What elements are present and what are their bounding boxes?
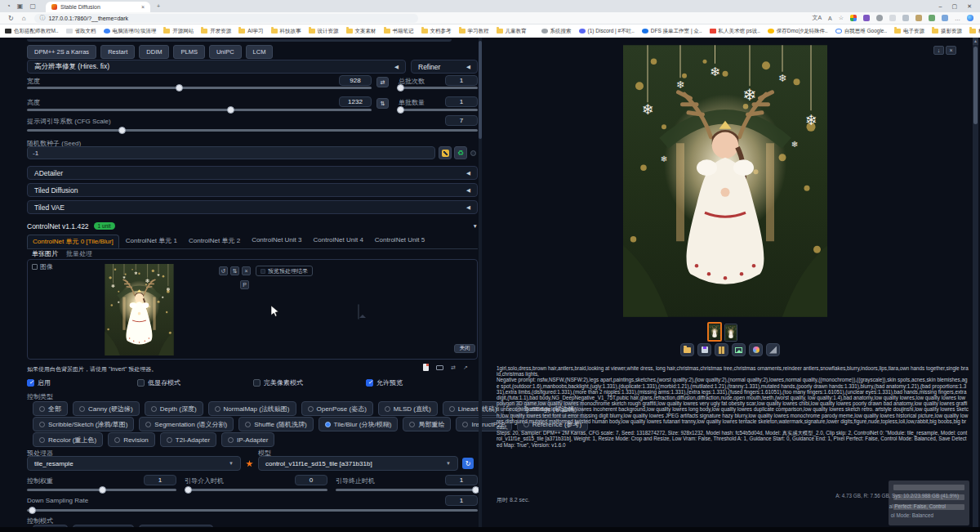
profile-icon[interactable]: ◔ — [7, 2, 11, 10]
accordion-hires-fix[interactable]: 高分辨率修复 (Hires. fix)◀ — [27, 60, 406, 74]
width-value[interactable]: 928 — [339, 75, 372, 86]
run-preprocessor-icon[interactable] — [246, 460, 253, 467]
sampler-option[interactable]: DDIM — [139, 45, 169, 59]
undo-image-button[interactable]: ↺ — [219, 266, 228, 275]
controlnet-unit-tab[interactable]: ControlNet 单元 1 — [121, 235, 182, 248]
bookmark-item[interactable]: 保存Dmo沙龙特殊件.. — [768, 28, 828, 35]
split-screen-icon[interactable] — [889, 15, 896, 21]
radio-option[interactable]: NormalMap (法线贴图) — [208, 401, 296, 416]
browser-tab[interactable]: Stable Diffusion × — [46, 2, 150, 12]
sampler-option[interactable]: DPM++ 2S a Karras — [27, 45, 96, 59]
main-scrollbar[interactable]: ▲ — [973, 38, 978, 532]
batch-size-value[interactable]: 1 — [445, 96, 478, 107]
window-close-button[interactable]: ✕ — [967, 3, 972, 10]
height-slider[interactable] — [27, 109, 372, 111]
open-folder-button[interactable] — [680, 343, 694, 356]
window-maximize-button[interactable]: ▢ — [952, 3, 958, 10]
preprocessor-preview-button[interactable]: P — [240, 280, 249, 289]
control-weight-value[interactable]: 1 — [144, 475, 176, 485]
copilot-icon[interactable] — [967, 15, 973, 21]
radio-option[interactable]: Scribble/Sketch (涂鸦/草图) — [33, 417, 134, 431]
downsample-slider[interactable] — [27, 509, 478, 512]
reuse-seed-button[interactable]: ♻ — [454, 146, 467, 159]
left-panel-scrollbar[interactable] — [479, 38, 482, 532]
controlnet-unit-tab[interactable]: ControlNet Unit 4 — [308, 235, 368, 248]
tab-close-icon[interactable]: × — [141, 4, 145, 10]
bookmark-item[interactable]: 标签相册 — [969, 28, 980, 35]
wallet-icon[interactable] — [915, 15, 922, 21]
close-preview-button[interactable]: 关闭 — [454, 344, 475, 353]
new-tab-button[interactable]: + — [157, 3, 160, 9]
bookmark-item[interactable]: 开源网站 — [163, 28, 194, 35]
accordion-tiled-diffusion[interactable]: Tiled Diffusion◀ — [27, 183, 478, 197]
bookmark-item[interactable]: 电脑清理/垃圾清理 — [104, 28, 157, 35]
allow-preview-checkbox[interactable]: 允许预览 — [366, 378, 403, 387]
history-icon[interactable] — [876, 15, 883, 21]
refresh-models-button[interactable]: ↻ — [462, 458, 474, 469]
bookmark-item[interactable]: 电子资源 — [894, 28, 924, 35]
send-to-inpaint-button[interactable] — [749, 343, 763, 356]
controlnet-header[interactable]: ControlNet v1.1.422 1 unit ▼ — [27, 219, 478, 233]
send-to-extras-button[interactable] — [766, 343, 780, 356]
controlnet-unit-tab[interactable]: ControlNet Unit 5 — [370, 235, 430, 248]
bookmark-item[interactable]: 科技故事 — [271, 28, 301, 35]
sampler-option[interactable]: Restart — [100, 45, 135, 59]
radio-option[interactable]: 全部 — [33, 401, 68, 416]
workspaces-icon[interactable]: ▣ — [17, 2, 24, 10]
bookmark-item[interactable]: 学习教程 — [459, 28, 489, 35]
random-seed-button[interactable] — [439, 146, 452, 159]
bookmark-item[interactable]: 文档参考 — [421, 28, 452, 35]
radio-option[interactable]: IP-Adapter — [221, 432, 274, 447]
keyboard-icon[interactable] — [436, 365, 443, 370]
accordion-tiled-vae[interactable]: Tiled VAE◀ — [27, 200, 478, 214]
download-image-button[interactable]: ↓ — [933, 46, 944, 55]
batch-count-slider[interactable] — [397, 87, 478, 89]
downloads-icon[interactable] — [929, 15, 935, 21]
seed-extra-checkbox[interactable] — [470, 150, 476, 156]
gallery-thumb-2[interactable] — [724, 324, 737, 342]
bookmark-item[interactable]: 私人美术馆 ps设.. — [710, 28, 760, 35]
swap-horizontal-icon[interactable]: ⇄ — [451, 364, 456, 371]
bookmark-item[interactable]: 摄影资源 — [932, 28, 962, 35]
swap-vertical-button[interactable]: ⇅ — [376, 98, 389, 109]
doc-icon[interactable] — [423, 364, 429, 371]
tab-actions-icon[interactable]: ▢ — [29, 2, 36, 10]
bookmark-item[interactable]: 色彩搭配师教程M.. — [5, 28, 59, 35]
home-icon[interactable]: ⌂ — [22, 15, 26, 22]
sampler-option[interactable]: UniPC — [209, 45, 242, 59]
radio-option[interactable]: MLSD (直线) — [378, 401, 438, 416]
batch-size-slider[interactable] — [397, 109, 478, 111]
expand-corner-icon[interactable]: ↗ — [463, 364, 468, 371]
controlnet-input-image[interactable] — [105, 264, 174, 355]
control-weight-slider[interactable] — [27, 489, 176, 491]
extension-icon[interactable] — [863, 15, 870, 21]
height-value[interactable]: 1232 — [339, 96, 372, 107]
bookmark-item[interactable]: 自我思维 Google.. — [835, 28, 887, 35]
start-step-value[interactable]: 0 — [295, 475, 327, 485]
downsample-value[interactable]: 1 — [445, 495, 478, 506]
gallery-thumb-1[interactable] — [707, 322, 722, 342]
radio-option[interactable]: Revision — [108, 432, 155, 447]
favorite-star-icon[interactable]: ☆ — [839, 15, 844, 21]
radio-option[interactable]: Segmentation (语义分割) — [139, 417, 234, 431]
pixel-perfect-checkbox[interactable]: 完美像素模式 — [253, 378, 303, 387]
address-bar[interactable]: ⓘ 127.0.0.1:7860/?__theme=dark — [34, 14, 418, 23]
translate-icon[interactable]: 文A — [812, 14, 822, 22]
bookmark-item[interactable]: (1) Discord | #不吐.. — [579, 28, 635, 35]
swap-image-button[interactable]: ⇅ — [230, 266, 239, 275]
radio-option[interactable]: Tile/Blur (分块/模糊) — [318, 417, 399, 431]
preprocessor-dropdown[interactable]: tile_resample▼ — [27, 456, 241, 471]
batch-count-value[interactable]: 1 — [445, 75, 478, 86]
sampler-option[interactable]: PLMS — [173, 45, 204, 59]
accordion-refiner[interactable]: Refiner◀ — [411, 60, 478, 74]
bookmark-item[interactable]: AI学习 — [238, 28, 263, 35]
bookmark-item[interactable]: 文案素材 — [346, 28, 376, 35]
radio-option[interactable]: OpenPose (姿态) — [301, 401, 373, 416]
accordion-adetailer[interactable]: ADetailer◀ — [27, 166, 478, 180]
enable-checkbox[interactable]: 启用 — [27, 378, 51, 387]
sampler-option[interactable]: LCM — [246, 45, 274, 59]
bookmark-item[interactable]: 儿童教育 — [497, 28, 527, 35]
radio-option[interactable]: T2I-Adapter — [160, 432, 216, 447]
save-image-button[interactable] — [697, 343, 711, 356]
radio-option[interactable]: 局部重绘 — [403, 417, 451, 431]
